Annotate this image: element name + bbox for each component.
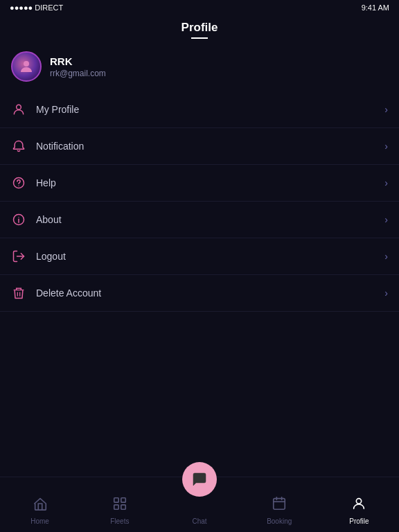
status-carrier: ●●●●● DIRECT [10,3,63,12]
logout-icon [11,249,26,264]
avatar [11,51,42,82]
page-title-container: Profile [0,15,399,42]
calendar-icon [272,496,287,515]
trash-icon [11,285,26,301]
chevron-right-icon: › [384,214,388,225]
profile-nav-label: Profile [349,517,369,525]
menu-item-my-profile[interactable]: My Profile › [0,91,399,128]
info-icon [11,212,26,227]
bottom-nav: Home Fleets Chat [0,477,399,532]
svg-rect-12 [114,505,118,509]
nav-item-fleets[interactable]: Fleets [80,489,159,525]
question-icon [11,175,26,190]
user-info: RRK rrk@gmail.com [0,42,399,91]
nav-item-profile[interactable]: Profile [319,489,399,525]
svg-point-3 [18,186,19,186]
nav-item-booking[interactable]: Booking [240,489,319,525]
fleets-label: Fleets [110,517,129,525]
home-label: Home [30,517,49,525]
svg-point-1 [17,105,21,109]
svg-rect-10 [114,498,118,502]
svg-rect-13 [121,505,125,509]
svg-rect-7 [14,290,24,290]
user-email: rrk@gmail.com [50,69,106,78]
bell-icon [11,139,26,154]
my-profile-label: My Profile [36,104,375,115]
nav-item-home[interactable]: Home [0,489,80,525]
logout-label: Logout [36,251,375,262]
booking-label: Booking [267,517,292,525]
svg-rect-11 [121,498,125,502]
home-icon [33,496,48,515]
help-label: Help [36,177,375,188]
menu-item-notification[interactable]: Notification › [0,128,399,165]
nav-item-chat[interactable]: Chat [159,469,239,525]
user-name: RRK [50,55,106,67]
page-title-underline [191,37,208,39]
menu-item-help[interactable]: Help › [0,165,399,202]
chat-label: Chat [192,517,206,525]
svg-point-6 [18,217,19,218]
menu-list: My Profile › Notification › Help › [0,91,399,312]
svg-rect-14 [274,499,285,510]
chevron-right-icon: › [384,177,388,188]
chevron-right-icon: › [384,104,388,115]
page-title: Profile [0,21,399,35]
profile-nav-icon [351,496,366,515]
svg-point-18 [357,499,362,504]
chevron-right-icon: › [384,287,388,299]
status-time: 9:41 AM [362,3,389,12]
chevron-right-icon: › [384,251,388,262]
status-bar: ●●●●● DIRECT 9:41 AM [0,0,399,15]
svg-point-0 [24,61,29,66]
chevron-right-icon: › [384,141,388,152]
user-details: RRK rrk@gmail.com [50,55,106,78]
menu-item-about[interactable]: About › [0,202,399,238]
delete-account-label: Delete Account [36,287,375,299]
person-icon [11,102,26,117]
menu-item-delete-account[interactable]: Delete Account › [0,275,399,312]
menu-item-logout[interactable]: Logout › [0,238,399,275]
notification-label: Notification [36,141,375,152]
chat-fab[interactable] [182,462,217,497]
about-label: About [36,214,375,225]
grid-icon [112,496,127,515]
